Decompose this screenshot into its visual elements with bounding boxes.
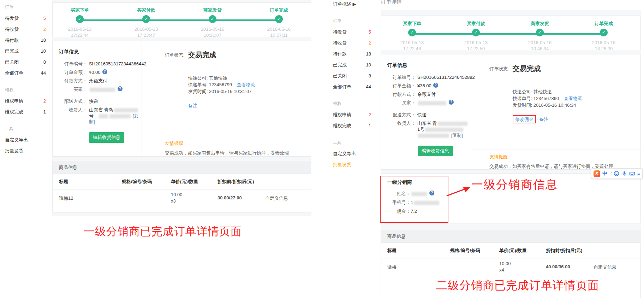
buyer-name-masked bbox=[89, 86, 116, 92]
sidebar-item-batch-ship[interactable]: 批量发货 bbox=[0, 145, 49, 156]
sidebar-item-custom-export[interactable]: 自定义导出 bbox=[0, 134, 49, 145]
sidebar-item-pending-receive[interactable]: 待收货 2 bbox=[0, 24, 49, 35]
edit-receiver-button[interactable]: 编辑收货信息 bbox=[418, 146, 453, 156]
copy-address-link[interactable]: [复制] bbox=[451, 133, 463, 138]
order-status-label: 订单状态: bbox=[165, 52, 185, 109]
sidebar-item-label: 自定义导出 bbox=[5, 137, 28, 143]
sogou-logo-icon[interactable]: S bbox=[594, 170, 600, 177]
help-icon[interactable]: ? bbox=[433, 83, 438, 88]
left-goods-card: 商品信息 标题 规格/编号/条码 单价(元)/数量 折扣前/折扣后(元) 话梅1… bbox=[52, 161, 311, 212]
masked-text bbox=[425, 128, 463, 132]
sidebar-item-count: 18 bbox=[366, 51, 371, 57]
help-icon[interactable]: ? bbox=[429, 191, 434, 195]
sidebar-item-completed[interactable]: 已完成 10 bbox=[328, 59, 375, 70]
sidebar-item-rights-done[interactable]: 维权完成 1 bbox=[0, 106, 49, 117]
courier-info: 快递公司: 其他快递 快递单号: 1234567890 查看物流 发货时间: 2… bbox=[513, 88, 582, 109]
step-label: 买家下单 bbox=[389, 21, 435, 26]
goods-title: 话梅12 bbox=[59, 195, 73, 201]
step-label: 订单完成 bbox=[581, 21, 627, 26]
sidebar-item-all-orders[interactable]: 全部订单 44 bbox=[328, 81, 375, 92]
progress-step-placed: 买家下单 ✓ 2016-05-1317:23:44 bbox=[57, 7, 103, 38]
sidebar-item-completed[interactable]: 已完成 10 bbox=[0, 46, 49, 57]
sidebar-section-orders: 订单 bbox=[0, 2, 49, 13]
track-logistics-link[interactable]: 查看物流 bbox=[237, 82, 255, 87]
sidebar-item-closed[interactable]: 已关闭 8 bbox=[0, 57, 49, 68]
order-overview-link[interactable]: 订单概述 ▶ bbox=[333, 1, 356, 7]
delivery-method: 快递 bbox=[89, 98, 98, 104]
remark-link[interactable]: 备注 bbox=[188, 103, 197, 108]
sidebar-item-closed[interactable]: 已关闭 8 bbox=[328, 70, 375, 81]
step-label: 买家付款 bbox=[453, 21, 499, 26]
title-underline bbox=[380, 8, 420, 8]
field-label: 订单编号： bbox=[387, 74, 416, 80]
sidebar-item-batch-ship[interactable]: 批量发货 bbox=[328, 159, 375, 170]
right-annotation-caption: 二级分销商已完成订单详情页面 bbox=[436, 278, 599, 293]
help-icon[interactable]: ? bbox=[118, 86, 123, 91]
progress-step-complete: 订单完成 ✓ 2016-05-1610:57:11 bbox=[256, 7, 302, 38]
step-label: 订单完成 bbox=[256, 7, 302, 13]
sidebar-item-pending-pay[interactable]: 待付款 18 bbox=[328, 48, 375, 59]
sidebar-item-custom-export[interactable]: 自定义导出 bbox=[328, 148, 375, 159]
edit-receiver-button[interactable]: 编辑收货信息 bbox=[89, 132, 124, 143]
chinese-mode-icon[interactable]: 中 bbox=[602, 170, 607, 177]
sidebar-item-label: 已关闭 bbox=[5, 59, 19, 65]
progress-step-paid: 买家付款 ✓ 2016-05-1317:22:50 bbox=[453, 21, 499, 52]
sidebar-item-rights-apply[interactable]: 维权申请 2 bbox=[0, 95, 49, 106]
field-label: 手机号： bbox=[387, 199, 411, 205]
custom-info-link[interactable]: 自定义信息 bbox=[265, 195, 288, 201]
sidebar-item-count: 2 bbox=[369, 40, 371, 46]
mic-icon[interactable] bbox=[621, 171, 627, 176]
order-info-title: 订单信息 bbox=[387, 62, 473, 69]
help-icon[interactable]: ? bbox=[102, 69, 107, 74]
sidebar-item-all-orders[interactable]: 全部订单 44 bbox=[0, 68, 49, 78]
punctuation-mode-icon[interactable]: ·’ bbox=[609, 171, 612, 176]
pay-method: 余额支付 bbox=[89, 78, 107, 84]
sidebar-item-label: 维权申请 bbox=[333, 112, 351, 118]
field-label: 买家： bbox=[59, 86, 87, 92]
custom-info-link[interactable]: 自定义信息 bbox=[594, 264, 616, 270]
edit-commission-link[interactable]: 修改佣金 bbox=[515, 117, 533, 122]
check-icon: ✓ bbox=[536, 29, 544, 36]
distributor-commission: 7.2 bbox=[411, 208, 417, 214]
keyboard-icon[interactable] bbox=[629, 171, 635, 176]
step-label: 买家付款 bbox=[123, 7, 169, 13]
masked-text bbox=[418, 101, 446, 105]
check-icon: ✓ bbox=[76, 15, 84, 23]
order-amount: ¥0.00 bbox=[89, 69, 101, 75]
receiver-address: 山东省 青 1号 [复制] bbox=[417, 120, 468, 138]
field-label: 付款方式： bbox=[387, 91, 416, 97]
field-label: 收货人： bbox=[59, 107, 87, 125]
col-discount: 折扣前/折扣后(元) bbox=[217, 174, 254, 189]
sidebar-item-label: 维权完成 bbox=[333, 123, 351, 129]
help-icon[interactable]: ? bbox=[449, 100, 454, 105]
masked-text bbox=[99, 114, 108, 118]
step-datetime: 2016-05-1317:23:44 bbox=[57, 26, 103, 38]
sidebar-section-tools: 工具 bbox=[0, 123, 49, 134]
sidebar-item-rights-apply[interactable]: 维权申请 2 bbox=[328, 109, 375, 120]
ime-menu-icon[interactable]: ≡ bbox=[637, 171, 640, 176]
step-datetime: 2016-05-1610:46:34 bbox=[517, 40, 563, 52]
order-info-title: 订单信息 bbox=[59, 49, 142, 55]
sidebar-item-rights-done[interactable]: 维权完成 1 bbox=[328, 120, 375, 131]
right-order-detail-page: 订单概述 ▶ 订单详情 订单 待发货 5 待收货 2 待付款 18 已完成 10… bbox=[316, 0, 644, 298]
courier-company: 快递公司: 其他快递 bbox=[188, 75, 255, 81]
sidebar-item-label: 待发货 bbox=[5, 15, 19, 22]
courier-number: 快递单号: 123456799 bbox=[188, 82, 232, 87]
sidebar-item-pending-pay[interactable]: 待付款 18 bbox=[0, 35, 49, 46]
sidebar-item-label: 已完成 bbox=[5, 48, 19, 54]
sidebar-item-pending-ship[interactable]: 待发货 5 bbox=[0, 13, 49, 24]
check-icon: ✓ bbox=[142, 15, 150, 23]
track-logistics-link[interactable]: 查看物流 bbox=[564, 96, 582, 101]
sidebar-item-count: 2 bbox=[43, 98, 46, 104]
progress-step-placed: 买家下单 ✓ 2016-05-1317:22:46 bbox=[389, 21, 435, 52]
goods-table-header: 标题 规格/编号/条码 单价(元)/数量 折扣前/折扣后(元) bbox=[53, 174, 311, 189]
masked-text bbox=[114, 108, 138, 112]
sidebar-item-pending-ship[interactable]: 待发货 5 bbox=[328, 27, 375, 37]
sidebar-section-orders: 订单 bbox=[328, 16, 375, 27]
progress-step-paid: 买家付款 ✓ 2016-05-1317:23:47 bbox=[123, 7, 169, 38]
emoji-icon[interactable] bbox=[614, 171, 619, 176]
col-spec: 规格/编号/条码 bbox=[122, 174, 152, 189]
sidebar-item-pending-receive[interactable]: 待收货 2 bbox=[328, 37, 375, 48]
order-detail-title[interactable]: 订单详情 bbox=[381, 0, 402, 5]
remark-link[interactable]: 备注 bbox=[539, 117, 548, 122]
